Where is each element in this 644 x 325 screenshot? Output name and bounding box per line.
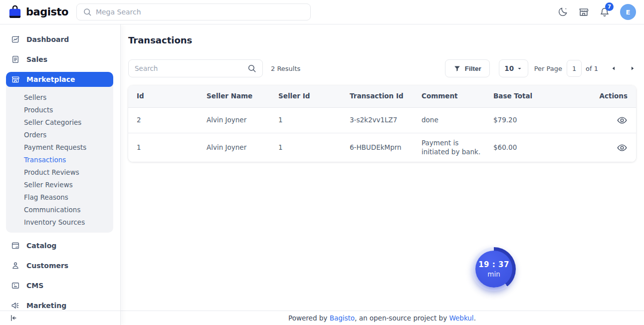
submenu-item-products[interactable]: Products <box>6 103 113 116</box>
submenu-item-seller-categories[interactable]: Seller Categories <box>6 116 113 128</box>
column-header-comment: Comment <box>413 92 485 101</box>
sidebar-item-catalog[interactable]: Catalog <box>0 236 120 256</box>
dashboard-icon <box>11 35 20 44</box>
table-row: 2 Alvin Joyner 1 3-s2k2vv1LZ7 done $79.2… <box>128 108 636 133</box>
search-icon[interactable] <box>247 64 256 73</box>
grid-search-input[interactable] <box>135 64 243 72</box>
cms-icon <box>11 281 20 290</box>
toolbar-right: Filter 10 Per Page of 1 <box>445 59 636 77</box>
submenu-item-transactions[interactable]: Transactions <box>6 153 113 166</box>
filter-funnel-icon <box>453 65 461 72</box>
timer-unit: min <box>487 270 500 278</box>
mega-search-box <box>76 3 311 20</box>
column-header-base-total: Base Total <box>485 92 557 101</box>
column-header-seller-name: Seller Name <box>198 92 270 101</box>
cell-id: 1 <box>128 143 198 152</box>
sidebar-item-dashboard[interactable]: Dashboard <box>0 29 120 49</box>
sidebar-item-label: CMS <box>26 282 43 290</box>
bagisto-link[interactable]: Bagisto <box>330 314 355 322</box>
webkul-link[interactable]: Webkul <box>449 314 473 322</box>
customers-icon <box>11 261 20 270</box>
bagisto-logo-icon <box>8 4 22 20</box>
view-transaction-eye-icon[interactable] <box>617 115 628 126</box>
sidebar-footer <box>0 311 120 325</box>
sidebar-item-label: Dashboard <box>26 35 69 43</box>
sidebar-item-sales[interactable]: Sales <box>0 49 120 69</box>
column-header-actions: Actions <box>557 92 636 101</box>
table-header-row: Id Seller Name Seller Id Transaction Id … <box>128 85 636 108</box>
table-row: 1 Alvin Joyner 1 6-HBUDEkMprn Payment is… <box>128 133 636 162</box>
cell-transaction-id: 6-HBUDEkMprn <box>341 143 413 152</box>
view-transaction-eye-icon[interactable] <box>617 142 628 153</box>
timer-value: 19 : 37 <box>478 260 509 269</box>
bagisto-logo[interactable]: bagisto <box>8 4 68 20</box>
cell-base-total: $79.20 <box>485 116 557 125</box>
dark-mode-toggle-moon-icon[interactable] <box>557 6 568 17</box>
sidebar-item-label: Sales <box>26 55 47 63</box>
marketplace-icon <box>11 75 20 84</box>
session-timer-face: 19 : 37 min <box>475 251 512 288</box>
cell-transaction-id: 3-s2k2vv1LZ7 <box>341 116 413 125</box>
column-header-id: Id <box>128 92 198 101</box>
previous-page-icon[interactable] <box>610 65 617 72</box>
sidebar-item-cms[interactable]: CMS <box>0 276 120 296</box>
per-page-select[interactable]: 10 <box>499 59 528 77</box>
datagrid-toolbar: 2 Results Filter 10 Per Page of 1 <box>128 59 636 77</box>
column-header-transaction-id: Transaction Id <box>341 92 413 101</box>
cell-base-total: $60.00 <box>485 143 557 152</box>
session-timer-widget[interactable]: 19 : 37 min <box>472 247 516 291</box>
cell-seller-id: 1 <box>270 116 341 125</box>
marketplace-nav-group: Marketplace Sellers Products Seller Cate… <box>6 72 113 233</box>
sales-icon <box>11 55 20 64</box>
submenu-item-payment-requests[interactable]: Payment Requests <box>6 141 113 153</box>
footer-suffix: . <box>474 314 476 322</box>
filter-button[interactable]: Filter <box>445 59 490 77</box>
column-header-seller-id: Seller Id <box>270 92 341 101</box>
footer-powered-prefix: Powered by <box>288 314 330 322</box>
sidebar-item-label: Marketplace <box>26 75 75 83</box>
cell-comment: Payment is initiated by bank. <box>413 139 485 156</box>
collapse-sidebar-icon[interactable] <box>9 314 18 323</box>
bagisto-admin-screen: bagisto <box>0 0 644 325</box>
sidebar-item-customers[interactable]: Customers <box>0 256 120 276</box>
sidebar: Dashboard Sales Marketplace Sellers Prod… <box>0 24 120 325</box>
cell-seller-name: Alvin Joyner <box>198 116 270 125</box>
cell-seller-name: Alvin Joyner <box>198 143 270 152</box>
submenu-item-inventory-sources[interactable]: Inventory Sources <box>6 216 113 228</box>
grid-search-box <box>128 59 263 77</box>
sidebar-item-marketplace[interactable]: Marketplace <box>6 72 113 87</box>
mega-search-input[interactable] <box>96 8 304 16</box>
notifications-bell-icon[interactable]: 7 <box>599 6 610 17</box>
page-number-input[interactable] <box>567 60 582 77</box>
chevron-down-icon <box>517 66 522 71</box>
submenu-item-product-reviews[interactable]: Product Reviews <box>6 166 113 178</box>
footer-middle-text: , an open-source project by <box>355 314 449 322</box>
brand-name: bagisto <box>26 6 68 18</box>
notification-count-badge: 7 <box>605 2 614 11</box>
sidebar-item-label: Catalog <box>26 242 56 250</box>
submenu-item-seller-reviews[interactable]: Seller Reviews <box>6 178 113 191</box>
storefront-link-icon[interactable] <box>578 6 589 17</box>
cell-id: 2 <box>128 116 198 125</box>
top-header: bagisto <box>0 0 644 24</box>
header-actions: 7 E <box>557 4 636 20</box>
transactions-table: Id Seller Name Seller Id Transaction Id … <box>128 85 636 162</box>
main-content: Transactions 2 Results Filter 10 <box>120 24 644 325</box>
submenu-item-orders[interactable]: Orders <box>6 128 113 141</box>
footer: Powered by Bagisto, an open-source proje… <box>120 311 644 325</box>
submenu-item-sellers[interactable]: Sellers <box>6 91 113 103</box>
next-page-icon[interactable] <box>629 65 636 72</box>
filter-label: Filter <box>465 65 481 72</box>
cell-comment: done <box>413 116 485 125</box>
footer-text: Powered by Bagisto, an open-source proje… <box>288 314 476 322</box>
sidebar-item-label: Marketing <box>26 302 66 310</box>
results-count: 2 Results <box>271 65 300 72</box>
submenu-item-communications[interactable]: Communications <box>6 203 113 216</box>
submenu-item-flag-reasons[interactable]: Flag Reasons <box>6 191 113 203</box>
marketing-icon <box>11 301 20 310</box>
user-avatar[interactable]: E <box>620 4 636 20</box>
cell-seller-id: 1 <box>270 143 341 152</box>
search-icon <box>83 7 92 16</box>
page-total-label: of 1 <box>586 65 598 72</box>
page-title: Transactions <box>128 35 636 45</box>
